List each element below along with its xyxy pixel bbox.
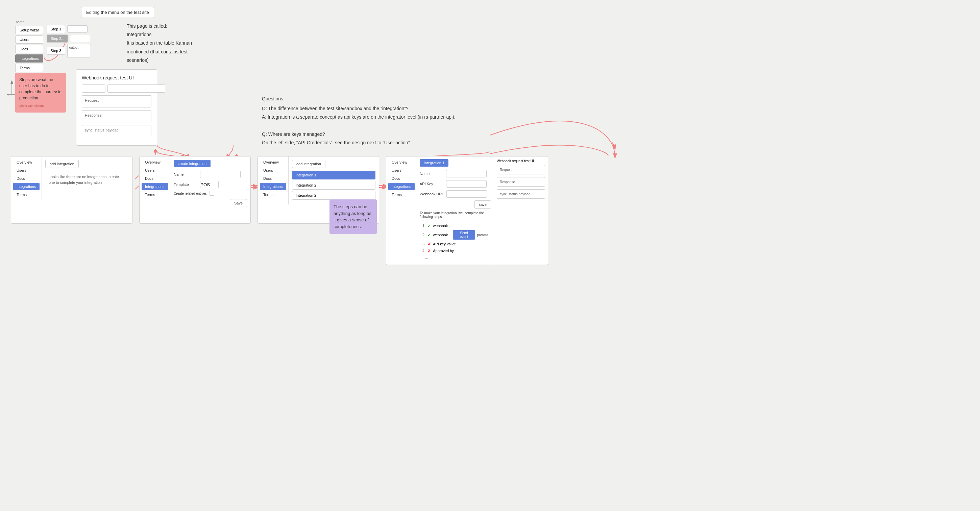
panel4-step-4: 4. ✗ Approved by... <box>422 248 488 253</box>
panel2-template-label: Template <box>174 183 197 186</box>
panel2-nav-docs[interactable]: Docs <box>142 175 168 182</box>
panel2-nav-users[interactable]: Users <box>142 167 168 174</box>
panel4-apikey-input[interactable] <box>446 180 487 188</box>
questions-block: Questions: Q: The difference between the… <box>262 95 455 147</box>
panel1-nav-users[interactable]: Users <box>13 167 40 174</box>
wizard-menu-item-setup[interactable]: Setup wizar <box>15 26 43 34</box>
panel2-nav-overview[interactable]: Overview <box>142 159 168 166</box>
step1-icon: ✓ <box>428 223 431 228</box>
webhook-input-lg1[interactable] <box>107 84 165 92</box>
desc-line4: mentioned (that contains test <box>127 48 192 56</box>
panel1-nav-terms[interactable]: Terms <box>13 191 40 198</box>
step2-icon: ✓ <box>428 232 431 237</box>
panel3-integration-1[interactable]: Integration 1 <box>292 171 375 180</box>
panel2-create-integration-tab[interactable]: create integration <box>174 160 210 167</box>
panel4-webhook-input[interactable] <box>446 190 487 198</box>
step4-icon: ✗ <box>428 248 431 253</box>
wizard-step1-row: Step 1 <box>47 25 91 33</box>
panel3-integration-3[interactable]: Integration 2 <box>292 191 375 200</box>
step2-num: 2. <box>422 233 425 237</box>
wizard-step1-input[interactable] <box>67 25 88 33</box>
panel2-nav: Overview Users Docs Integrations Terms <box>140 156 170 210</box>
panel4-nav-integrations[interactable]: Integrations <box>388 183 415 190</box>
step4-num: 4. <box>422 249 425 253</box>
wizard-step2-btn[interactable]: Step 2... <box>47 35 68 43</box>
panel4-nav-overview[interactable]: Overview <box>388 159 415 166</box>
page-description: This page is called: Integrations. It is… <box>127 22 192 65</box>
panel1-add-integration-btn[interactable]: add integration <box>45 160 79 168</box>
step3-num: 3. <box>422 242 425 246</box>
step3-label: API key validt <box>433 242 455 246</box>
panel4-webhook-field-response: Response <box>497 177 545 186</box>
wizard-step3-row: Step 3 output <box>47 44 91 57</box>
panel3-nav-users[interactable]: Users <box>260 167 286 174</box>
panel4-webhook-row: Webhook URL <box>420 190 491 198</box>
panel1-nav-overview[interactable]: Overview <box>13 159 40 166</box>
wizard-step3-btn[interactable]: Step 3 <box>47 47 65 55</box>
panel3-integration-2[interactable]: Integration 2 <box>292 181 375 189</box>
wizard-menu-item-docs[interactable]: Docs <box>15 45 43 53</box>
panel4-name-label: Name <box>420 172 443 176</box>
panel1-nav-docs[interactable]: Docs <box>13 175 40 182</box>
sticky-note-purple: The steps can be anything as long as it … <box>329 199 377 234</box>
panel2-nav-integrations[interactable]: Integrations <box>142 183 168 190</box>
panel4-nav-users[interactable]: Users <box>388 167 415 174</box>
webhook-input-sm1[interactable] <box>82 84 105 92</box>
panel4-nav-terms[interactable]: Terms <box>388 191 415 198</box>
wizard-step1-btn[interactable]: Step 1 <box>47 25 65 33</box>
panel2-save-btn[interactable]: Save <box>230 199 247 207</box>
panel3-content: add integration Integration 1 Integratio… <box>289 156 379 204</box>
wizard-output-label: output <box>69 46 78 49</box>
panel3-add-integration-btn[interactable]: add integration <box>292 160 325 168</box>
top-annotation-box: Editing the menu on the test site <box>81 7 154 18</box>
panel2-entities-checkbox[interactable] <box>210 191 214 196</box>
step3-icon: ✗ <box>428 242 431 247</box>
panel4-name-input[interactable] <box>446 170 487 177</box>
panel1-content: add integration Looks like there are no … <box>42 156 132 201</box>
panel1-nav-integrations[interactable]: Integrations <box>13 183 40 190</box>
panel-2-create-integration: Overview Users Docs Integrations Terms c… <box>139 156 251 224</box>
step1-label: webhook... <box>433 224 451 228</box>
panel4-save-btn[interactable]: save <box>474 201 491 209</box>
panel4-webhook-field-sync: sync_status payload <box>497 189 545 199</box>
panel2-name-row: Name <box>174 171 247 178</box>
panel2-template-row: Template <box>174 181 247 188</box>
sticky-purple-text: The steps can be anything as long as it … <box>334 204 371 229</box>
panel3-nav-overview[interactable]: Overview <box>260 159 286 166</box>
panel4-step-1: 1. ✓ webhook... <box>422 223 488 228</box>
panel3-nav-docs[interactable]: Docs <box>260 175 286 182</box>
panel4-integration-tab[interactable]: Integration 1 <box>420 159 449 167</box>
panel4-steps-title: To make your integration live, complete … <box>420 211 491 219</box>
wizard-menu-item-users[interactable]: Users <box>15 35 43 44</box>
panel4-webhook-field-request: Request <box>497 165 545 174</box>
top-annotation-text: Editing the menu on the test site <box>86 10 149 15</box>
panel2-nav-terms[interactable]: Terms <box>142 191 168 198</box>
panel2-name-label: Name <box>174 172 197 177</box>
wizard-menu-item-integrations[interactable]: Integrations <box>15 54 43 62</box>
panel3-nav: Overview Users Docs Integrations Terms <box>258 156 288 204</box>
panel2-entities-label: Create related entities <box>174 192 207 195</box>
send-event-btn[interactable]: Send event <box>453 230 475 240</box>
desc-line3: It is based on the table Kannan <box>127 39 192 47</box>
panel4-content: Integration 1 Name API Key Webhook URL s… <box>417 156 494 264</box>
wizard-menu-item-terms[interactable]: Terms <box>15 64 43 72</box>
step2-label: webhook... <box>433 233 451 237</box>
panel4-more: ... <box>422 255 488 259</box>
panel-4-integration-detail: Overview Users Docs Integrations Terms I… <box>386 156 548 265</box>
a1: A: Integration is a separate concept as … <box>262 113 455 121</box>
wizard-output-field: output <box>67 44 91 57</box>
panel4-apikey-label: API Key <box>420 182 443 186</box>
panel2-template-input[interactable] <box>200 181 219 188</box>
panel2-name-input[interactable] <box>200 171 240 178</box>
step1-num: 1. <box>422 224 425 228</box>
panel4-nav-docs[interactable]: Docs <box>388 175 415 182</box>
panel3-nav-terms[interactable]: Terms <box>260 191 286 198</box>
webhook-test-title: Webhook request test UI <box>82 75 151 80</box>
panel4-webhook-label: Webhook URL <box>420 192 444 196</box>
wizard-steps: Step 1 Step 2... Step 3 output <box>47 25 91 72</box>
panel4-nav: Overview Users Docs Integrations Terms <box>386 156 417 264</box>
q2: Q: Where are keys managed? <box>262 130 455 138</box>
wizard-step2-input[interactable] <box>70 35 90 42</box>
panel3-nav-integrations[interactable]: Integrations <box>260 183 286 190</box>
webhook-field-request: Request <box>82 95 151 107</box>
